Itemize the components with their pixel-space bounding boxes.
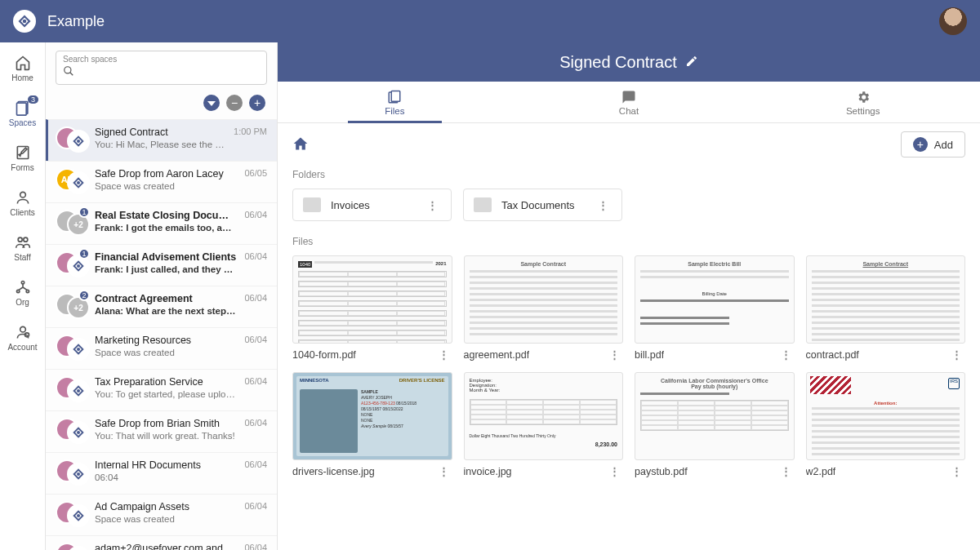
file-name: 1040-form.pdf [292, 349, 356, 361]
file-name: contract.pdf [806, 349, 859, 361]
nav-label: Staff [14, 253, 30, 262]
space-item-title: Real Estate Closing Documents [95, 210, 236, 221]
space-title: Signed Contract [559, 53, 676, 72]
space-item-subtitle: Frank: I just called, and they said the… [95, 264, 236, 274]
space-item-title: Safe Drop from Brian Smith [95, 418, 236, 429]
file-more-button[interactable]: ⋮ [606, 348, 623, 361]
search-input[interactable] [79, 66, 260, 78]
file-name: bill.pdf [635, 349, 664, 361]
space-avatars: +22 [56, 293, 87, 321]
clients-icon [14, 189, 32, 206]
collapse-button[interactable] [203, 95, 220, 111]
file-card[interactable]: Employee:Designation:Month & Year:Dollar… [464, 372, 624, 477]
file-more-button[interactable]: ⋮ [777, 348, 795, 361]
edit-title-button[interactable] [685, 55, 698, 70]
space-item-title: Contract Agreement [95, 293, 236, 304]
space-item[interactable]: Safe Drop from Brian SmithYou: That will… [46, 410, 277, 452]
user-avatar[interactable] [939, 7, 967, 35]
nav-org[interactable]: Org [0, 273, 45, 312]
files-grid: 104020211040-form.pdf⋮Sample Contractagr… [292, 255, 965, 477]
folder-item[interactable]: Invoices⋮ [292, 189, 452, 221]
file-card[interactable]: MINNESOTADRIVER'S LICENSESAMPLEAVERY JOS… [292, 372, 452, 477]
file-more-button[interactable]: ⋮ [777, 465, 795, 477]
file-thumbnail: IRSAttention: [806, 372, 966, 460]
search-icon [63, 65, 74, 79]
file-more-button[interactable]: ⋮ [435, 465, 452, 477]
svg-point-6 [20, 192, 25, 197]
space-avatars: +21 [56, 210, 87, 237]
add-space-button[interactable]: + [249, 95, 265, 111]
breadcrumb-home[interactable] [292, 135, 309, 154]
space-item[interactable]: Ad Campaign AssetsSpace was created06/04 [46, 494, 277, 535]
space-item-subtitle: You: To get started, please upload your… [95, 389, 236, 399]
space-avatars [56, 459, 87, 487]
space-item[interactable]: +22Contract AgreementAlana: What are the… [46, 286, 277, 327]
nav-label: Forms [11, 163, 33, 172]
tab-label: Chat [619, 106, 639, 116]
space-item[interactable]: adam+2@usefoyer.com and Exampl…You: Hi M… [46, 535, 277, 550]
nav-label: Spaces [9, 118, 36, 127]
tab-label: Files [385, 106, 404, 116]
tab-files[interactable]: Files [278, 82, 512, 122]
forms-icon [14, 144, 32, 162]
folder-more-button[interactable]: ⋮ [595, 199, 612, 211]
tab-settings[interactable]: Settings [746, 82, 980, 122]
svg-point-18 [77, 140, 80, 143]
svg-point-2 [23, 20, 27, 24]
nav-rail: Home 3 Spaces Forms Clients Staff Org Ac… [0, 42, 46, 550]
space-item[interactable]: ALSafe Drop from Aaron LaceySpace was cr… [46, 161, 277, 202]
file-more-button[interactable]: ⋮ [948, 348, 965, 361]
space-item-title: Signed Contract [95, 126, 225, 138]
file-thumbnail: Employee:Designation:Month & Year:Dollar… [464, 372, 624, 460]
tab-chat[interactable]: Chat [512, 82, 746, 122]
folder-item[interactable]: Tax Documents⋮ [463, 189, 622, 221]
remove-button[interactable]: − [226, 95, 243, 111]
space-item[interactable]: 1Financial Advisement ClientsFrank: I ju… [46, 244, 277, 286]
tabs: Files Chat Settings [278, 82, 980, 123]
file-name: invoice.jpg [464, 466, 512, 477]
space-avatars [56, 376, 87, 404]
nav-account[interactable]: Account [0, 318, 45, 357]
home-icon [14, 54, 32, 72]
nav-staff[interactable]: Staff [0, 228, 45, 267]
nav-forms[interactable]: Forms [0, 139, 45, 177]
space-item-time: 06/04 [244, 459, 267, 487]
add-button[interactable]: + Add [901, 131, 965, 157]
account-icon [14, 323, 32, 341]
space-item[interactable]: +21Real Estate Closing DocumentsFrank: I… [46, 202, 277, 244]
file-thumbnail: MINNESOTADRIVER'S LICENSESAMPLEAVERY JOS… [292, 372, 452, 460]
nav-home[interactable]: Home [0, 49, 45, 87]
space-item-time: 06/04 [244, 418, 267, 446]
file-card[interactable]: 104020211040-form.pdf⋮ [292, 255, 452, 361]
file-more-button[interactable]: ⋮ [948, 465, 965, 477]
nav-clients[interactable]: Clients [0, 184, 45, 222]
file-card[interactable]: Sample Electric BillBilling Datebill.pdf… [635, 255, 795, 361]
space-item[interactable]: Marketing ResourcesSpace was created06/0… [46, 327, 277, 369]
org-icon [14, 278, 32, 296]
file-thumbnail: Sample Electric BillBilling Date [635, 255, 795, 344]
space-item[interactable]: Internal HR Documents06:0406/04 [46, 452, 277, 494]
file-card[interactable]: Sample Contractagreement.pdf⋮ [464, 255, 624, 361]
app-logo[interactable] [13, 10, 36, 33]
file-card[interactable]: IRSAttention:w2.pdf⋮ [806, 372, 966, 477]
file-more-button[interactable]: ⋮ [435, 348, 452, 361]
folder-name: Tax Documents [501, 199, 585, 211]
search-field[interactable]: Search spaces [56, 51, 267, 85]
svg-point-11 [26, 290, 29, 292]
space-item[interactable]: Signed ContractYou: Hi Mac, Please see t… [46, 119, 277, 161]
file-card[interactable]: Sample Contractcontract.pdf⋮ [806, 255, 966, 361]
space-avatars [56, 418, 87, 446]
svg-point-36 [77, 472, 80, 476]
chat-icon [621, 90, 636, 104]
file-more-button[interactable]: ⋮ [606, 465, 623, 477]
svg-point-33 [77, 431, 80, 434]
space-item-time: 06/04 [244, 335, 267, 362]
nav-spaces[interactable]: 3 Spaces [0, 94, 45, 132]
folders-section-label: Folders [292, 169, 965, 180]
svg-point-39 [77, 514, 80, 517]
space-item-subtitle: You: Hi Mac, Please see the contract at… [95, 140, 225, 149]
space-item[interactable]: Tax Preparation ServiceYou: To get start… [46, 369, 277, 410]
files-section-label: Files [292, 236, 965, 247]
folder-more-button[interactable]: ⋮ [424, 199, 441, 211]
file-card[interactable]: California Labor Commissioner's OfficePa… [635, 372, 795, 477]
